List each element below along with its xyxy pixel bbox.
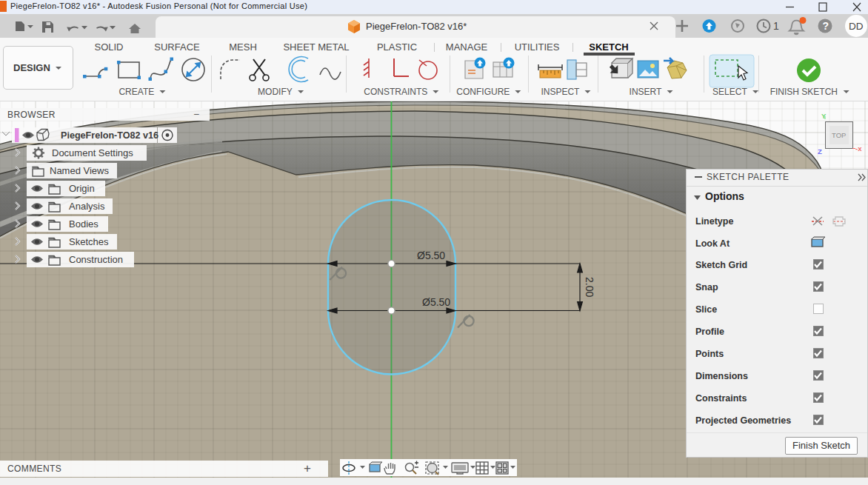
svg-text:PiegeFrelon-TO82 v16: PiegeFrelon-TO82 v16 <box>61 130 158 141</box>
svg-text:Document Settings: Document Settings <box>52 147 133 158</box>
svg-text:DD: DD <box>849 21 864 32</box>
svg-text:TOP: TOP <box>832 131 846 139</box>
svg-text:1: 1 <box>773 20 779 32</box>
svg-text:Analysis: Analysis <box>69 201 105 212</box>
svg-text:-x: -x <box>855 144 862 153</box>
svg-text:Ø5.50: Ø5.50 <box>417 250 445 261</box>
svg-text:Bodies: Bodies <box>69 218 99 230</box>
svg-text:Z: Z <box>818 147 822 155</box>
svg-text:Origin: Origin <box>69 183 95 194</box>
svg-text:Sketches: Sketches <box>69 236 109 247</box>
svg-text:Construction: Construction <box>69 254 123 265</box>
svg-text:Ø5.50: Ø5.50 <box>422 296 450 308</box>
svg-text:?: ? <box>823 20 829 32</box>
svg-text:2.00: 2.00 <box>584 277 595 297</box>
svg-text:Named Views: Named Views <box>50 165 109 176</box>
svg-text:Y: Y <box>821 112 827 120</box>
